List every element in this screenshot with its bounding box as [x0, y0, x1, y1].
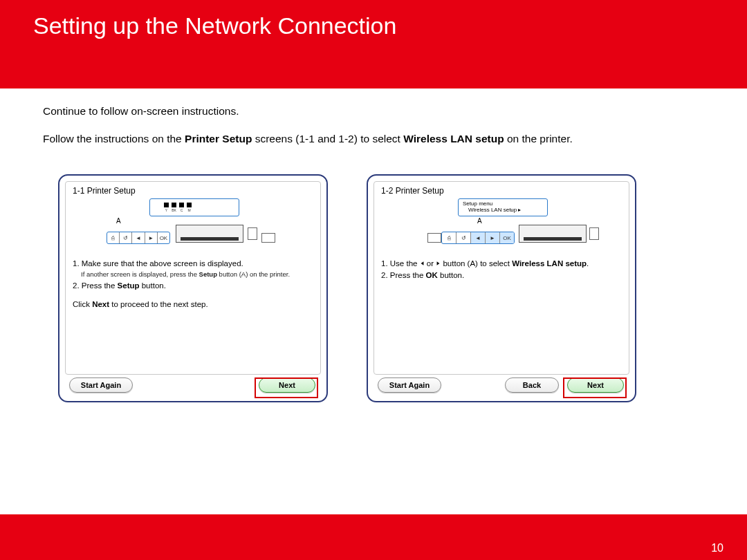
dialog-body: 1-1 Printer Setup YBKCM A ⎙ ↺ ◄ ► OK: [65, 181, 321, 375]
printer-body-icon: ⎙ ↺ ◄ ► OK: [415, 225, 587, 252]
intro-line-2: Follow the instructions on the Printer S…: [43, 133, 573, 145]
bold-wireless-lan: Wireless LAN setup: [403, 133, 504, 144]
next-button[interactable]: Next: [567, 377, 624, 393]
instruction-line: 2. Press the Setup button.: [73, 280, 313, 292]
printer-lcd: Setup menu Wireless LAN setup ▸: [458, 198, 548, 216]
panel-btn: OK: [158, 232, 169, 243]
printer-part-icon: [261, 233, 275, 243]
title-banner: Setting up the Network Connection: [0, 0, 747, 88]
footer-bar: 10: [0, 514, 747, 560]
intro-line-1: Continue to follow on-screen instruction…: [43, 105, 239, 118]
control-panel: ⎙ ↺ ◄ ► OK: [107, 232, 170, 244]
printer-part-icon: [427, 233, 441, 243]
start-again-button[interactable]: Start Again: [69, 377, 133, 393]
printer-lcd: YBKCM: [149, 198, 239, 216]
right-arrow-icon: [437, 261, 440, 265]
start-again-button[interactable]: Start Again: [378, 377, 441, 393]
label-a: A: [116, 217, 279, 225]
instruction-line: 1. Use the or button (A) to select Wirel…: [381, 258, 622, 270]
text: screens (1-1 and 1-2) to select: [252, 133, 403, 144]
printer-graphic: Setup menu Wireless LAN setup ▸ A ⎙ ↺ ◄ …: [415, 198, 588, 252]
panel-btn: ⎙: [442, 232, 456, 243]
text: on the printer.: [504, 133, 573, 144]
panel-btn-left: ◄: [471, 232, 486, 243]
printer-part-icon: [248, 227, 257, 240]
dialog-title: 1-2 Printer Setup: [381, 186, 622, 196]
panel-btn: ◄: [132, 232, 145, 243]
screenshot-1-2: 1-2 Printer Setup Setup menu Wireless LA…: [367, 174, 636, 402]
label-a: A: [477, 217, 588, 225]
printer-top-icon: [519, 225, 587, 243]
instruction-subline: If another screen is displayed, press th…: [81, 270, 313, 279]
instruction-line: 1. Make sure that the above screen is di…: [73, 258, 313, 270]
page-number: 10: [711, 542, 723, 554]
panel-btn-right: ►: [486, 232, 500, 243]
dialog-body: 1-2 Printer Setup Setup menu Wireless LA…: [374, 181, 629, 375]
page-root: Setting up the Network Connection Contin…: [0, 0, 747, 560]
page-title: Setting up the Network Connection: [33, 12, 396, 39]
panel-btn: ↺: [456, 232, 471, 243]
dialog-title: 1-1 Printer Setup: [73, 186, 313, 196]
panel-btn: ↺: [120, 232, 132, 243]
printer-top-icon: [176, 225, 243, 243]
printer-graphic: YBKCM A ⎙ ↺ ◄ ► OK: [107, 198, 279, 252]
back-button[interactable]: Back: [505, 377, 559, 393]
ink-labels: YBKCM: [150, 207, 239, 214]
ink-level-icon: [150, 200, 239, 207]
lcd-line: Setup menu: [459, 200, 547, 207]
text: Follow the instructions on the: [43, 133, 185, 144]
printer-part-icon: [589, 227, 599, 240]
dialog-button-row: Start Again Next: [66, 377, 320, 395]
control-panel: ⎙ ↺ ◄ ► OK: [441, 232, 515, 244]
bold-printer-setup: Printer Setup: [185, 133, 252, 144]
panel-btn: ⎙: [107, 232, 120, 243]
screenshot-1-1: 1-1 Printer Setup YBKCM A ⎙ ↺ ◄ ► OK: [58, 174, 328, 402]
instruction-line: 2. Press the OK button.: [381, 270, 622, 281]
instruction-line: Click Next to proceed to the next step.: [73, 299, 313, 310]
printer-body-icon: ⎙ ↺ ◄ ► OK: [107, 225, 278, 252]
left-arrow-icon: [421, 261, 423, 265]
panel-btn: ►: [145, 232, 158, 243]
instruction-list: 1. Make sure that the above screen is di…: [73, 258, 313, 310]
lcd-line: Wireless LAN setup ▸: [459, 207, 547, 213]
next-button[interactable]: Next: [259, 377, 315, 393]
dialog-button-row: Start Again Back Next: [375, 377, 628, 395]
panel-btn-ok: OK: [500, 232, 514, 243]
instruction-list: 1. Use the or button (A) to select Wirel…: [381, 258, 622, 282]
